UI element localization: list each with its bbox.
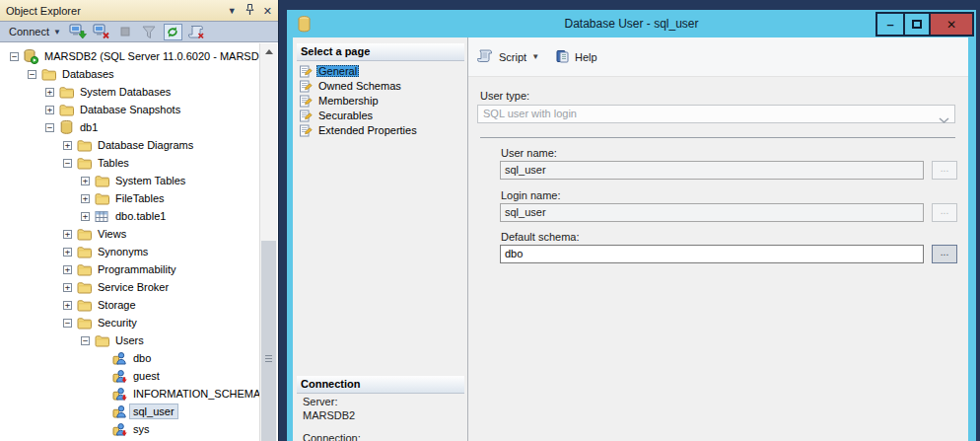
dialog-toolbar: Script ▼ Help: [468, 37, 968, 77]
user-name-browse-button: ...: [932, 161, 957, 180]
tree-item-views[interactable]: +Views: [0, 225, 259, 243]
connection-header: Connection: [297, 376, 464, 394]
collapse-icon[interactable]: −: [45, 123, 54, 132]
collapse-icon[interactable]: −: [63, 319, 72, 328]
scrollbar-thumb[interactable]: [261, 241, 276, 441]
connect-button-label: Connect: [9, 26, 49, 37]
connect-server-icon[interactable]: [69, 24, 88, 40]
connection-info: Server: MARSDB2: [303, 395, 355, 422]
page-item-securables[interactable]: Securables: [297, 108, 466, 122]
expand-icon[interactable]: +: [63, 265, 72, 274]
tree-item-system-tables[interactable]: +System Tables: [0, 172, 259, 189]
script-error-icon[interactable]: [187, 24, 206, 40]
object-explorer-panel: Object Explorer ▼ ✕ Connect ▼ −MARSDB2 (…: [0, 0, 279, 441]
folder-icon: [76, 245, 92, 259]
chevron-down-icon: ▼: [53, 28, 61, 37]
user-icon: [111, 351, 127, 366]
disconnect-server-icon[interactable]: [93, 24, 111, 40]
tree-item-system-databases[interactable]: +System Databases: [0, 83, 259, 101]
expand-icon[interactable]: +: [63, 301, 72, 310]
form-separator: [480, 137, 955, 138]
expand-icon[interactable]: +: [63, 248, 72, 257]
folder-icon: [76, 280, 92, 295]
expand-icon[interactable]: +: [63, 230, 72, 239]
help-label: Help: [575, 51, 597, 63]
tree-item-information-schema[interactable]: INFORMATION_SCHEMA: [0, 385, 259, 403]
object-explorer-titlebar[interactable]: Object Explorer ▼ ✕: [0, 0, 278, 22]
tree-item-database-diagrams[interactable]: +Database Diagrams: [0, 136, 259, 154]
page-item-owned-schemas[interactable]: Owned Schemas: [297, 78, 466, 93]
tree-item-users[interactable]: −Users: [0, 331, 259, 349]
user-icon: [111, 404, 127, 419]
collapse-icon[interactable]: −: [81, 336, 90, 345]
tree-item-filetables[interactable]: +FileTables: [0, 189, 259, 207]
script-button[interactable]: Script ▼: [476, 49, 539, 65]
tree-item-label: db1: [77, 120, 101, 134]
tree-item-label: FileTables: [112, 191, 168, 205]
page-item-membership[interactable]: Membership: [297, 93, 466, 108]
tree-item-label: Databases: [59, 67, 117, 81]
tree-item-synonyms[interactable]: +Synonyms: [0, 243, 259, 260]
page-icon: [299, 123, 313, 136]
folder-icon: [94, 174, 109, 188]
chevron-down-icon[interactable]: ▼: [531, 52, 539, 61]
tree-item-label: Security: [95, 316, 140, 330]
dialog-title: Database User - sql_user: [287, 17, 976, 31]
tree-item-sys[interactable]: sys: [0, 420, 259, 438]
object-explorer-tree: −MARSDB2 (SQL Server 11.0.6020 - MARSD−D…: [0, 43, 277, 441]
tree-item-databases[interactable]: −Databases: [0, 65, 259, 83]
connect-button[interactable]: Connect ▼: [6, 25, 64, 38]
expand-icon[interactable]: +: [63, 141, 72, 150]
table-icon: [94, 209, 109, 224]
maximize-icon: [912, 20, 922, 29]
page-item-general[interactable]: General: [297, 63, 466, 78]
help-icon: [555, 49, 570, 65]
tree-item-dbo-table1[interactable]: +dbo.table1: [0, 207, 259, 225]
tree-item-label: Synonyms: [95, 245, 151, 258]
tree-item-db1[interactable]: −db1: [0, 118, 259, 136]
tree-item-label: dbo: [130, 351, 154, 365]
expand-icon[interactable]: +: [81, 177, 90, 185]
refresh-icon[interactable]: [164, 24, 182, 40]
tree-item-tables[interactable]: −Tables: [0, 154, 259, 172]
collapse-icon[interactable]: −: [63, 159, 72, 168]
page-item-label: Securables: [316, 110, 375, 121]
tree-item-sql-user[interactable]: sql_user: [0, 403, 259, 420]
collapse-icon[interactable]: −: [10, 52, 19, 61]
tree-item-marsdb2-sql-server-11-0-6020-marsd[interactable]: −MARSDB2 (SQL Server 11.0.6020 - MARSD: [0, 47, 259, 65]
tree-item-security[interactable]: −Security: [0, 314, 259, 331]
tree-item-label: Service Broker: [95, 280, 172, 294]
tree-scrollbar[interactable]: [259, 43, 277, 441]
auto-hide-pin-icon[interactable]: [245, 2, 254, 20]
collapse-icon[interactable]: −: [28, 70, 36, 79]
tree-item-guest[interactable]: guest: [0, 367, 259, 385]
dialog-titlebar[interactable]: Database User - sql_user – ✕: [287, 10, 976, 37]
expand-icon[interactable]: +: [81, 194, 90, 203]
help-button[interactable]: Help: [555, 49, 597, 65]
tree-item-programmability[interactable]: +Programmability: [0, 260, 259, 278]
tree-item-storage[interactable]: +Storage: [0, 296, 259, 314]
maximize-button[interactable]: [903, 12, 931, 37]
tree-item-database-snapshots[interactable]: +Database Snapshots: [0, 101, 259, 118]
user-name-field: sql_user: [500, 161, 924, 180]
filter-icon: [140, 24, 159, 40]
window-position-icon[interactable]: ▼: [228, 6, 237, 16]
expand-icon[interactable]: +: [63, 283, 72, 292]
expand-icon[interactable]: +: [81, 212, 90, 221]
minimize-button[interactable]: –: [875, 12, 905, 37]
default-schema-field[interactable]: dbo: [500, 245, 924, 263]
tree-item-dbo[interactable]: dbo: [0, 349, 259, 367]
default-schema-browse-button[interactable]: ...: [932, 245, 957, 263]
database-user-dialog: Database User - sql_user – ✕ Select a pa…: [287, 10, 976, 441]
expand-icon[interactable]: +: [45, 106, 54, 114]
folder-icon: [94, 333, 109, 348]
close-button[interactable]: ✕: [929, 12, 974, 37]
tree-item-service-broker[interactable]: +Service Broker: [0, 278, 259, 296]
folder-icon: [76, 227, 92, 242]
scroll-up-button[interactable]: [260, 43, 277, 60]
expand-icon[interactable]: +: [45, 88, 54, 97]
close-icon[interactable]: ✕: [263, 6, 272, 16]
page-item-extended-properties[interactable]: Extended Properties: [297, 122, 466, 137]
server-value: MARSDB2: [303, 408, 355, 422]
folder-icon: [94, 191, 109, 206]
